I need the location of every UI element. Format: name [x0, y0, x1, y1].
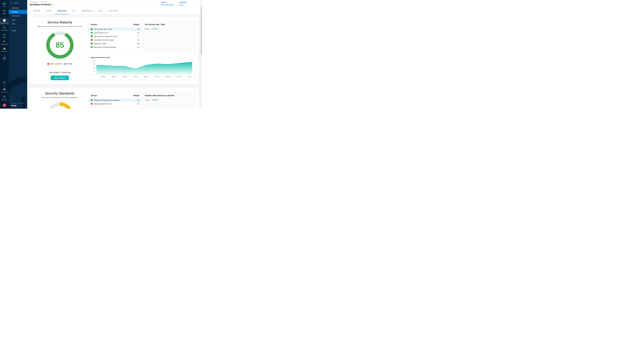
rail-item-account-settings[interactable]: ⚙ ACCOUNT SETTINGS [0, 94, 9, 102]
score-legend: 0-49 50-74 75-100 [47, 63, 72, 65]
module-rail: Home Projects Developer Portal [0, 0, 9, 109]
tab[interactable]: Scorecard [55, 7, 68, 14]
rail-divider [2, 16, 6, 17]
tab[interactable]: API [70, 7, 78, 14]
sidebar-nav: Overview Catalog Self service Docs APIs [9, 6, 27, 32]
tab[interactable]: Docs [96, 7, 105, 14]
check-row[interactable]: ✓ API success rate > 99% 10 [88, 27, 142, 31]
check-detail-panel: API success rate > 99% Status: PASSED [142, 20, 195, 51]
lifecycle-meta: Lifecycle prod [179, 1, 186, 6]
legend-dot [64, 63, 66, 65]
lifecycle-label: Lifecycle [179, 1, 186, 3]
sidebar: Search Overview Catalog Self service Doc… [9, 0, 27, 109]
check-weight: 10 [138, 99, 139, 101]
legend-label: 0-49 [50, 63, 54, 65]
sidebar-item[interactable]: APIs [9, 22, 27, 26]
checks-table: Checks Weight ✓ Pipeline OPA policies ar… [88, 92, 142, 108]
sidebar-item[interactable]: Overview [9, 6, 27, 10]
sidebar-item-label: Docs [12, 19, 16, 21]
sidebar-item[interactable]: Docs [9, 18, 27, 22]
scrollbar-thumb[interactable] [201, 7, 202, 55]
owner-meta: Owner field_engineering [161, 1, 174, 6]
sidebar-footer-title: Portal [11, 104, 25, 107]
module-grid-icon[interactable] [2, 56, 6, 60]
entity-header: COMPONENT — SERVICE boutique-frontend ★ … [27, 0, 202, 7]
rail-item-builds[interactable]: Builds [0, 32, 9, 39]
rail-item-cloud-costs[interactable]: $ Cloud Costs [0, 46, 9, 53]
rail-item-projects[interactable]: Projects [0, 8, 9, 15]
tab-label: Docs [99, 10, 103, 12]
check-status-icon: ✓ [91, 99, 93, 101]
tab-label: Overview [33, 10, 40, 12]
favorite-star-icon[interactable]: ★ [52, 3, 54, 5]
scorecard-details: Checks Weight ✓ Pipeline OPA policies ar… [88, 91, 195, 109]
tab[interactable]: Overview [31, 7, 43, 14]
score-donut: 85 [46, 31, 74, 58]
owner-label: Owner [161, 1, 174, 3]
tab[interactable]: Dependencies [79, 7, 95, 14]
chart-x-tick-label: 30 Aug [166, 76, 170, 77]
entity-tabs: Overview CI/CD Scorecard API Dependencie… [27, 7, 202, 14]
status-badge: PASSED [151, 28, 158, 30]
check-label: More than 70% test coverage [94, 46, 116, 48]
sidebar-item[interactable]: Catalog [9, 10, 27, 14]
check-label: Branch protection is set [94, 103, 112, 105]
user-avatar[interactable]: HM [3, 103, 6, 107]
chart-y-tick-label: 75 [94, 63, 95, 65]
sidebar-search[interactable]: Search [9, 0, 27, 6]
check-label: Java version is LTS [94, 32, 108, 34]
check-weight: 15 [138, 39, 139, 41]
rail-item-deployments[interactable]: Deployments [0, 25, 9, 32]
checks-panel: Checks Weight ✓ API success rate > 99% 1… [88, 20, 195, 52]
rail-item-label: DASHBOARDS [1, 91, 8, 93]
rail-item-label: Builds [3, 37, 6, 38]
owner-value-link[interactable]: field_engineering [161, 4, 174, 6]
weight-header-label: Weight [134, 23, 139, 25]
rail-item-dashboards[interactable]: DASHBOARDS [0, 87, 9, 94]
chevron-down-icon[interactable] [4, 53, 5, 56]
check-row[interactable]: ✓ Java version is LTS 20 [88, 31, 142, 34]
check-row[interactable]: ✕ Branch protection is set 30 [88, 102, 142, 106]
checks-table: Checks Weight ✓ API success rate > 99% 1… [88, 20, 142, 51]
rail-item-feature-flags[interactable]: Feature Flags [0, 39, 9, 46]
rerun-checks-button[interactable]: Rerun Checks [51, 76, 69, 80]
check-row[interactable]: ✓ Pipeline OPA policies are satisfied 10 [88, 98, 142, 102]
rail-item-help[interactable]: HELP [0, 80, 9, 87]
tab[interactable]: CI/CD [44, 7, 54, 14]
scorecard-security-standards: Security Standards Measures best practic… [29, 88, 199, 109]
tab-label: CI/CD [47, 10, 51, 12]
main-area: COMPONENT — SERVICE boutique-frontend ★ … [27, 0, 202, 109]
status-badge: PASSED [151, 99, 158, 101]
check-detail-title: Pipeline OPA policies are satisfied [145, 94, 192, 97]
sidebar-item[interactable]: Self service [9, 14, 27, 18]
entity-meta: Owner field_engineering Lifecycle prod ⋮ [161, 1, 195, 6]
sidebar-item-label: APIs [12, 23, 15, 25]
scorecard-service-maturity: Service Maturity Measures development be… [29, 17, 199, 84]
check-row[interactable]: ✓ More than 70% test coverage 20 [88, 45, 142, 49]
harness-logo-icon [3, 2, 6, 5]
rail-item-home[interactable]: Home [0, 1, 9, 8]
kebab-menu-icon[interactable]: ⋮ [193, 2, 195, 5]
builds-icon [3, 33, 6, 36]
tab[interactable]: Kubernetes [107, 7, 120, 14]
rail-item-label: HELP [3, 85, 6, 86]
check-row[interactable]: ✓ Mean time to merge PR < 48 hr 5 [88, 34, 142, 38]
scorecard-summary: Security Standards Measures best practic… [33, 91, 86, 109]
sidebar-item[interactable]: Admin [9, 28, 27, 32]
chart-x-tick-label: 28 Aug [144, 76, 148, 77]
check-status-icon: ✓ [91, 35, 93, 37]
chart-x-tick-label: 24 Aug [101, 76, 105, 77]
rail-item-developer-portal[interactable]: Developer Portal [0, 18, 9, 25]
scorecard-subtitle: Measures best practices of security oper… [42, 96, 78, 98]
rail-bottom-group: HELP DASHBOARDS ⚙ ACCOUNT SETTINGS HM [0, 80, 9, 107]
check-weight: 20 [138, 32, 139, 34]
check-label: Less than 1% error in prod [94, 39, 114, 41]
vertical-scrollbar[interactable] [200, 0, 202, 109]
weight-header-label: Weight [134, 94, 139, 97]
sidebar-item-label: Self service [12, 15, 20, 17]
chart-plot [96, 60, 192, 75]
checks-rows: ✓ API success rate > 99% 10 ✓ Java versi… [88, 27, 142, 49]
check-row[interactable]: ✓ TechDocs exists 30 [88, 42, 142, 45]
check-row[interactable]: ✕ Less than 1% error in prod 15 [88, 38, 142, 42]
status-label: Status: [145, 99, 150, 101]
